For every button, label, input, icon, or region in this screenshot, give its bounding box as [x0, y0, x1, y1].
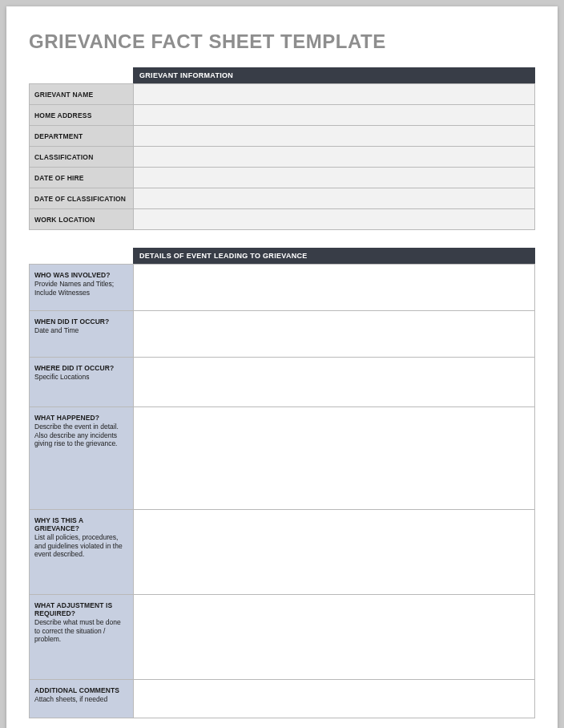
label-date-of-hire: DATE OF HIRE	[30, 168, 134, 188]
hint-text: Date and Time	[34, 326, 128, 335]
label-date-of-classification: DATE OF CLASSIFICATION	[30, 188, 134, 209]
value-why-grievance[interactable]	[134, 510, 535, 595]
table-row: WHY IS THIS A GRIEVANCE? List all polici…	[30, 510, 535, 595]
table-row: WHERE DID IT OCCUR? Specific Locations	[30, 358, 535, 407]
hint-text: List all policies, procedures, and guide…	[34, 533, 128, 559]
label-when-occur: WHEN DID IT OCCUR? Date and Time	[30, 311, 134, 358]
label-classification: CLASSIFICATION	[30, 147, 134, 168]
label-what-happened: WHAT HAPPENED? Describe the event in det…	[30, 407, 134, 510]
question-text: WHERE DID IT OCCUR?	[34, 364, 128, 372]
question-text: ADDITIONAL COMMENTS	[34, 686, 128, 694]
value-home-address[interactable]	[134, 105, 535, 126]
table-row: DATE OF HIRE	[30, 168, 535, 188]
value-grievant-name[interactable]	[134, 84, 535, 105]
table-row: CLASSIFICATION	[30, 147, 535, 168]
value-where-occur[interactable]	[134, 358, 535, 407]
label-why-grievance: WHY IS THIS A GRIEVANCE? List all polici…	[30, 510, 134, 595]
grievant-info-table: GRIEVANT NAME HOME ADDRESS DEPARTMENT CL…	[29, 83, 535, 230]
label-where-occur: WHERE DID IT OCCUR? Specific Locations	[30, 358, 134, 407]
table-row: DATE OF CLASSIFICATION	[30, 188, 535, 209]
details-table: WHO WAS INVOLVED? Provide Names and Titl…	[29, 264, 535, 718]
question-text: WHO WAS INVOLVED?	[34, 271, 128, 279]
value-what-happened[interactable]	[134, 407, 535, 510]
table-row: GRIEVANT NAME	[30, 84, 535, 105]
hint-text: Provide Names and Titles; Include Witnes…	[34, 280, 128, 297]
hint-text: Describe what must be done to correct th…	[34, 618, 128, 644]
value-classification[interactable]	[134, 147, 535, 168]
table-row: WHO WAS INVOLVED? Provide Names and Titl…	[30, 265, 535, 311]
section-header-details: DETAILS OF EVENT LEADING TO GRIEVANCE	[133, 248, 535, 264]
table-row: WHEN DID IT OCCUR? Date and Time	[30, 311, 535, 358]
question-text: WHY IS THIS A GRIEVANCE?	[34, 516, 128, 532]
hint-text: Specific Locations	[34, 373, 128, 382]
value-date-of-classification[interactable]	[134, 188, 535, 209]
label-grievant-name: GRIEVANT NAME	[30, 84, 134, 105]
label-home-address: HOME ADDRESS	[30, 105, 134, 126]
table-row: WHAT HAPPENED? Describe the event in det…	[30, 407, 535, 510]
table-row: HOME ADDRESS	[30, 105, 535, 126]
value-department[interactable]	[134, 126, 535, 147]
value-work-location[interactable]	[134, 209, 535, 230]
value-additional-comments[interactable]	[134, 680, 535, 718]
value-when-occur[interactable]	[134, 311, 535, 358]
value-date-of-hire[interactable]	[134, 168, 535, 188]
hint-text: Attach sheets, if needed	[34, 695, 128, 704]
table-row: WORK LOCATION	[30, 209, 535, 230]
label-work-location: WORK LOCATION	[30, 209, 134, 230]
question-text: WHEN DID IT OCCUR?	[34, 317, 128, 326]
question-text: WHAT ADJUSTMENT IS REQUIRED?	[34, 601, 128, 617]
label-department: DEPARTMENT	[30, 126, 134, 147]
value-who-involved[interactable]	[134, 265, 535, 311]
section-header-grievant-info: GRIEVANT INFORMATION	[133, 67, 535, 83]
document-page: GRIEVANCE FACT SHEET TEMPLATE GRIEVANT I…	[6, 6, 558, 728]
label-additional-comments: ADDITIONAL COMMENTS Attach sheets, if ne…	[30, 680, 134, 718]
page-title: GRIEVANCE FACT SHEET TEMPLATE	[29, 30, 535, 53]
table-row: DEPARTMENT	[30, 126, 535, 147]
question-text: WHAT HAPPENED?	[34, 414, 128, 422]
hint-text: Describe the event in detail. Also descr…	[34, 423, 128, 448]
value-adjustment[interactable]	[134, 595, 535, 680]
table-row: ADDITIONAL COMMENTS Attach sheets, if ne…	[30, 680, 535, 718]
label-who-involved: WHO WAS INVOLVED? Provide Names and Titl…	[30, 265, 134, 311]
label-adjustment: WHAT ADJUSTMENT IS REQUIRED? Describe wh…	[30, 595, 134, 680]
table-row: WHAT ADJUSTMENT IS REQUIRED? Describe wh…	[30, 595, 535, 680]
